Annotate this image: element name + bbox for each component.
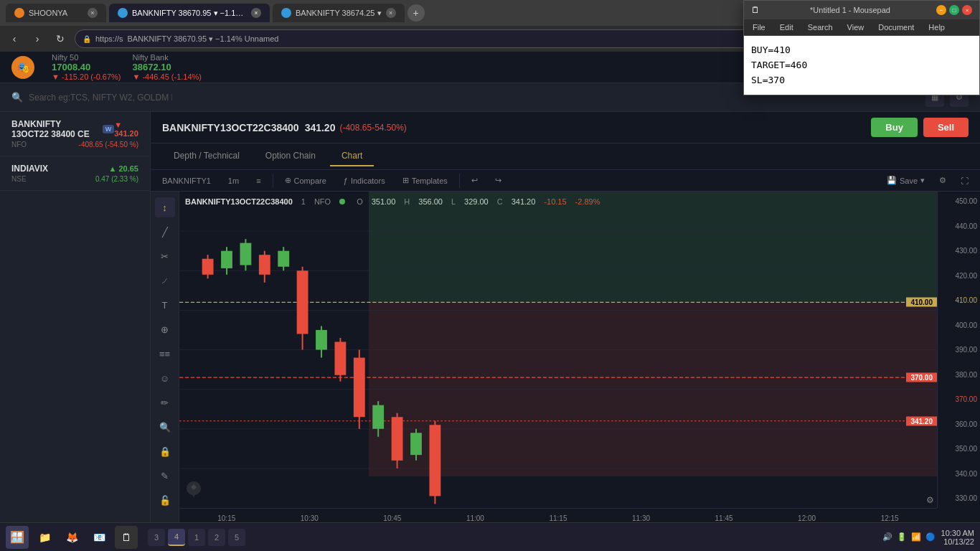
tab-favicon-banknifty1 [118, 8, 128, 18]
tab-close-banknifty1[interactable]: × [251, 8, 261, 18]
price-380: 380.00 [941, 371, 977, 379]
wl-sub-banknifty: NFO -408.65 (-54.50 %) [11, 141, 138, 149]
address-text: https://s [95, 34, 123, 43]
notepad-titlebar: 🗒 *Untitled 1 - Mousepad − □ × [744, 1, 979, 19]
ws-tab-5[interactable]: 5 [228, 529, 245, 546]
tab-depth-technical[interactable]: Depth / Technical [162, 146, 251, 166]
wl-badge-banknifty: W [103, 125, 115, 133]
ws-tab-2[interactable]: 2 [208, 529, 225, 546]
notepad-window: 🗒 *Untitled 1 - Mousepad − □ × File Edit… [743, 0, 980, 95]
wl-type-banknifty: NFO [11, 141, 27, 149]
wl-sub-indiavix: NSE 0.47 (2.33 %) [11, 175, 138, 183]
tab-label-banknifty2: BANKNIFTY 38674.25 ▾ [296, 9, 382, 18]
watchlist-item-banknifty-ce[interactable]: BANKNIFTY 13OCT22 38400 CE W ▼ 341.20 NF… [0, 112, 150, 156]
tray-volume-icon: 🔊 [882, 532, 892, 542]
ws-tab-4[interactable]: 4 [168, 529, 185, 546]
tab-banknifty2[interactable]: BANKNIFTY 38674.25 ▾ × [273, 4, 405, 22]
taskbar-filemanager[interactable]: 📁 [33, 526, 56, 549]
zoom-tool[interactable]: 🔍 [155, 417, 175, 437]
tab-chart[interactable]: Chart [330, 146, 374, 166]
chart-area: BANKNIFTY13OCT22C38400 341.20 (-408.65-5… [151, 112, 980, 551]
taskbar-tray: 🔊 🔋 📶 🔵 [882, 532, 936, 542]
taskbar-date-display: 10/13/22 [941, 537, 974, 546]
notepad-line-3: SL=370 [751, 73, 972, 88]
chart-canvas[interactable]: BANKNIFTY13OCT22C38400 1 NFO O351.00 H35… [179, 192, 980, 528]
taskbar-right: 🔊 🔋 📶 🔵 10:30 AM 10/13/22 [882, 529, 974, 546]
annotate-tool[interactable]: ✎ [155, 466, 175, 486]
notepad-content[interactable]: BUY=410 TARGET=460 SL=370 [744, 36, 979, 95]
cursor-tool[interactable]: ↕ [155, 197, 175, 217]
chart-bottom-settings[interactable]: ⚙ [926, 495, 934, 505]
save-icon: 💾 [887, 176, 897, 185]
new-tab-button[interactable]: + [407, 4, 425, 22]
candle-9 [354, 358, 365, 418]
chart-change: (-408.65-54.50%) [339, 123, 406, 133]
price-360: 360.00 [941, 420, 977, 428]
notepad-minimize-button[interactable]: − [936, 5, 946, 15]
tab-close-banknifty2[interactable]: × [386, 8, 396, 18]
tab-shoonya[interactable]: SHOONYA × [6, 4, 106, 22]
chart-settings-button[interactable]: ⚙ [933, 173, 952, 188]
emoji-tool[interactable]: ☺ [155, 368, 175, 388]
forward-button[interactable]: › [29, 30, 46, 47]
candle-12 [410, 433, 422, 455]
reload-button[interactable]: ↻ [52, 30, 69, 47]
wl-pct-indiavix: 0.47 (2.33 %) [95, 175, 138, 183]
time-1215: 12:15 [881, 514, 899, 522]
wl-top-banknifty: BANKNIFTY 13OCT22 38400 CE W ▼ 341.20 [11, 119, 138, 139]
bar-type-button[interactable]: ≡ [250, 174, 266, 188]
notepad-close-button[interactable]: × [962, 5, 972, 15]
line-tool[interactable]: ╱ [155, 222, 175, 242]
app-logo: 🎭 [11, 56, 34, 79]
sell-button[interactable]: Sell [923, 118, 969, 137]
interval-button[interactable]: 1m [222, 174, 245, 188]
watchlist-item-indiavix[interactable]: INDIAVIX ▲ 20.65 NSE 0.47 (2.33 %) [0, 156, 150, 191]
ws-tab-3[interactable]: 3 [148, 529, 165, 546]
symbol-display: BANKNIFTY1 [156, 174, 217, 188]
ray-tool[interactable]: ⟋ [155, 270, 175, 291]
ws-tab-1[interactable]: 1 [188, 529, 205, 546]
tab-close-shoonya[interactable]: × [88, 8, 98, 18]
notepad-menu-document[interactable]: Document [875, 22, 917, 33]
pattern-tool[interactable]: ≡≡ [155, 344, 175, 364]
text-tool[interactable]: T [155, 295, 175, 315]
pencil-tool[interactable]: ✏ [155, 392, 175, 413]
notepad-line-1: BUY=410 [751, 43, 972, 58]
tray-network-icon: 📶 [911, 532, 921, 542]
indicators-button[interactable]: ƒ Indicators [338, 174, 391, 188]
notepad-maximize-button[interactable]: □ [949, 5, 959, 15]
taskbar-notepad[interactable]: 🗒 [115, 526, 138, 549]
search-input[interactable] [29, 93, 172, 103]
lock-tool[interactable]: 🔒 [155, 441, 175, 461]
save-button[interactable]: 💾 Save ▾ [881, 173, 930, 188]
time-1145: 11:45 [715, 514, 733, 522]
candle-2 [221, 251, 232, 268]
notepad-menu-view[interactable]: View [844, 22, 867, 33]
taskbar-firefox[interactable]: 🦊 [60, 526, 83, 549]
candle-7 [316, 330, 327, 350]
wl-pct-banknifty: -408.65 (-54.50 %) [79, 141, 138, 149]
compare-button[interactable]: ⊕ Compare [279, 173, 332, 188]
taskbar-email[interactable]: 📧 [88, 526, 110, 549]
buy-button[interactable]: Buy [871, 118, 918, 137]
unlock-tool[interactable]: 🔓 [155, 490, 175, 510]
templates-button[interactable]: ⊞ Templates [397, 173, 453, 188]
back-button[interactable]: ‹ [6, 30, 23, 47]
redo-button[interactable]: ↪ [489, 173, 507, 188]
tab-banknifty1[interactable]: BANKNIFTY 38670.95 ▾ −1.14% Unnamed × [109, 4, 270, 22]
candle-11 [392, 417, 403, 461]
cut-tool[interactable]: ✂ [155, 246, 175, 266]
tab-option-chain[interactable]: Option Chain [254, 146, 327, 166]
notepad-menu-search[interactable]: Search [805, 22, 836, 33]
chart-toolbar: BANKNIFTY1 1m ≡ ⊕ Compare ƒ Indicators ⊞ [151, 170, 980, 192]
notepad-menu-file[interactable]: File [750, 22, 768, 33]
undo-button[interactable]: ↩ [466, 173, 484, 188]
price-440: 440.00 [941, 222, 977, 230]
notepad-menu-help[interactable]: Help [925, 22, 948, 33]
notepad-menu-edit[interactable]: Edit [777, 22, 796, 33]
taskbar-start-button[interactable]: 🪟 [6, 526, 29, 549]
fullscreen-button[interactable]: ⛶ [955, 173, 974, 188]
cross-tool[interactable]: ⊕ [155, 319, 175, 339]
price-410: 410.00 [941, 296, 977, 304]
taskbar-time-display: 10:30 AM [941, 529, 974, 537]
